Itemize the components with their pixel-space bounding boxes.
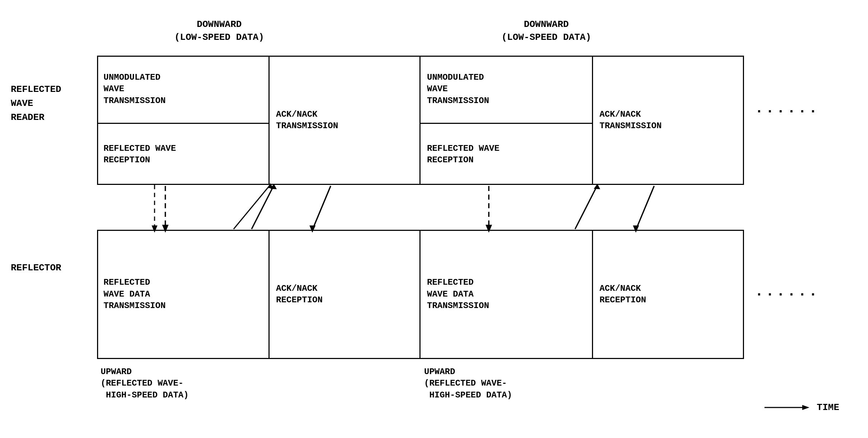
downward-header-2: DOWNWARD (LOW-SPEED DATA) [482, 18, 611, 44]
reader-box1-top: UNMODULATEDWAVETRANSMISSION [97, 56, 270, 124]
time-arrow [764, 402, 811, 413]
reflector-box1: REFLECTEDWAVE DATATRANSMISSION [97, 230, 270, 359]
reflector-box3: REFLECTEDWAVE DATATRANSMISSION [421, 230, 593, 359]
downward-header-1: DOWNWARD (LOW-SPEED DATA) [155, 18, 284, 44]
reader-box3-top: UNMODULATEDWAVETRANSMISSION [421, 56, 593, 124]
reader-box4: ACK/NACKTRANSMISSION [593, 56, 744, 185]
reader-box2: ACK/NACKTRANSMISSION [270, 56, 421, 185]
reflector-label: REFLECTOR [11, 262, 83, 274]
upward-label-1: UPWARD(REFLECTED WAVE- HIGH-SPEED DATA) [101, 366, 266, 401]
svg-line-4 [234, 186, 270, 229]
svg-marker-1 [802, 405, 809, 410]
diagram-container: DOWNWARD (LOW-SPEED DATA) DOWNWARD (LOW-… [0, 0, 868, 438]
svg-line-8 [252, 187, 273, 229]
reader-box1-bottom: REFLECTED WAVERECEPTION [97, 124, 270, 185]
reflector-box2: ACK/NACKRECEPTION [270, 230, 421, 359]
time-label: TIME [764, 402, 839, 413]
reflector-dots: ...... [755, 284, 819, 300]
reflector-box4: ACK/NACKRECEPTION [593, 230, 744, 359]
svg-line-14 [575, 187, 597, 229]
reader-dots: ...... [755, 101, 819, 117]
svg-line-16 [636, 186, 654, 229]
upward-label-2: UPWARD(REFLECTED WAVE- HIGH-SPEED DATA) [424, 366, 589, 401]
svg-line-10 [313, 186, 331, 229]
reader-box3-bottom: REFLECTED WAVERECEPTION [421, 124, 593, 185]
reader-label: REFLECTEDWAVEREADER [11, 83, 93, 125]
